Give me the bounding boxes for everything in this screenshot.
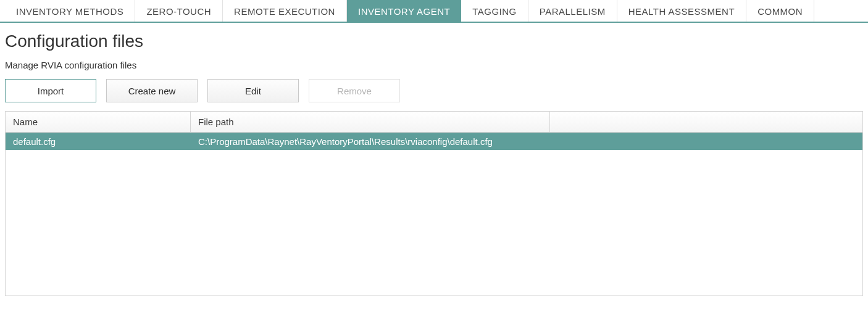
create-new-button[interactable]: Create new [106, 79, 198, 102]
tab-common[interactable]: COMMON [746, 0, 814, 22]
tab-zero-touch[interactable]: ZERO-TOUCH [135, 0, 223, 22]
toolbar: Import Create new Edit Remove [5, 79, 863, 102]
tab-remote-execution[interactable]: REMOTE EXECUTION [223, 0, 347, 22]
import-button[interactable]: Import [5, 79, 96, 102]
tab-bar: INVENTORY METHODS ZERO-TOUCH REMOTE EXEC… [0, 0, 868, 23]
tab-health-assessment[interactable]: HEALTH ASSESSMENT [617, 0, 746, 22]
page-subtitle: Manage RVIA configuration files [5, 60, 863, 70]
column-header-name[interactable]: Name [6, 112, 191, 132]
config-files-grid: Name File path default.cfg C:\ProgramDat… [5, 111, 863, 296]
edit-button[interactable]: Edit [207, 79, 299, 102]
cell-filepath: C:\ProgramData\Raynet\RayVentoryPortal\R… [191, 136, 862, 147]
tab-inventory-methods[interactable]: INVENTORY METHODS [5, 0, 135, 22]
column-header-empty [550, 112, 862, 132]
column-header-filepath[interactable]: File path [191, 112, 550, 132]
cell-name: default.cfg [6, 136, 191, 147]
table-row[interactable]: default.cfg C:\ProgramData\Raynet\RayVen… [6, 133, 862, 150]
grid-header: Name File path [6, 112, 862, 133]
tab-parallelism[interactable]: PARALLELISM [528, 0, 617, 22]
page-title: Configuration files [5, 31, 863, 51]
content-area: Configuration files Manage RVIA configur… [0, 23, 868, 296]
tab-inventory-agent[interactable]: INVENTORY AGENT [347, 0, 461, 22]
remove-button: Remove [309, 79, 400, 102]
tab-tagging[interactable]: TAGGING [461, 0, 528, 22]
